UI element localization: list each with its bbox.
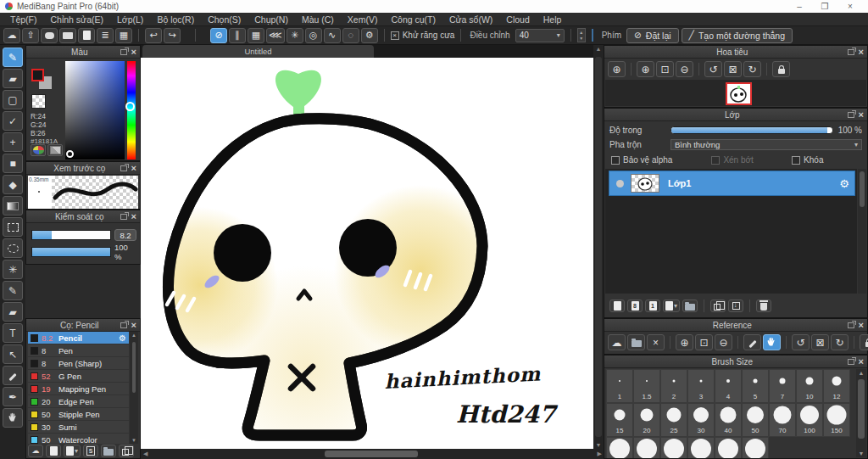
color-set-button[interactable]	[47, 144, 63, 156]
menu-item[interactable]: Lớp(L)	[110, 14, 150, 25]
parallel-snap-button[interactable]: ∥	[229, 28, 246, 43]
new-layer-button[interactable]	[609, 299, 625, 312]
redo-button[interactable]: ↪	[164, 28, 181, 43]
lock-checkbox[interactable]: Khóa	[792, 155, 823, 165]
close-icon[interactable]: ×	[131, 48, 136, 57]
ellipse-snap-button[interactable]: ◌	[342, 28, 359, 43]
merge-layer-button[interactable]	[728, 299, 743, 312]
brush-settings-icon[interactable]: ⚙	[119, 333, 126, 343]
snap-off-button[interactable]: ⊘	[210, 28, 227, 43]
eyedropper-tool[interactable]	[3, 366, 23, 385]
close-icon[interactable]: ×	[859, 48, 864, 57]
brush-item[interactable]: 19Mapping Pen	[28, 383, 129, 395]
scroll-down-icon[interactable]: ▼	[593, 442, 604, 448]
brush-size-cell[interactable]: 100	[796, 403, 823, 437]
brush-item[interactable]: 20Edge Pen	[28, 395, 129, 408]
duplicate-layer-button[interactable]	[710, 299, 726, 312]
palette-button[interactable]	[31, 144, 46, 156]
nav-rotate-lock-button[interactable]	[772, 61, 790, 77]
brush-size-cell[interactable]: 5	[742, 369, 769, 403]
brush-size-cell[interactable]	[633, 437, 660, 458]
nav-zoom-button[interactable]: ⊕	[637, 61, 654, 77]
brush-item[interactable]: 50Stipple Pen	[28, 408, 129, 421]
ref-fit-button[interactable]: ⊡	[695, 334, 713, 350]
close-button[interactable]: ×	[837, 0, 863, 13]
layer-scrollbar[interactable]	[858, 169, 866, 294]
document-tab[interactable]: Untitled	[142, 45, 374, 58]
brush-size-cell[interactable]	[715, 437, 742, 458]
operation-tool[interactable]: ↖	[3, 344, 23, 364]
text-tool[interactable]: T	[3, 323, 23, 343]
popout-icon[interactable]	[120, 165, 127, 171]
brush-item[interactable]: 8Pen (Sharp)	[28, 357, 129, 370]
antialias-checkbox[interactable]: × Khử răng cưa	[391, 31, 455, 40]
layer-visibility-icon[interactable]	[616, 180, 624, 188]
menu-item[interactable]: Cửa sổ(W)	[442, 14, 499, 25]
popout-icon[interactable]	[120, 214, 127, 220]
close-icon[interactable]: ×	[131, 212, 136, 221]
close-icon[interactable]: ×	[131, 164, 136, 173]
canvas[interactable]: hainhimthom Htd247	[141, 58, 593, 449]
curve-snap-button[interactable]: ∿	[324, 28, 341, 43]
select-pen-tool[interactable]: ✎	[3, 281, 23, 300]
ref-open-button[interactable]	[627, 334, 645, 350]
brush-size-cell[interactable]: 15	[606, 403, 633, 437]
ref-rotate-ccw-button[interactable]: ↺	[792, 334, 810, 350]
brush-size-cell[interactable]: 50	[742, 403, 769, 437]
menu-item[interactable]: Chọn(S)	[201, 14, 248, 25]
brush-size-cell[interactable]: 25	[660, 403, 687, 437]
foreground-color-swatch[interactable]	[31, 69, 44, 81]
brush-item[interactable]: 8.2Pencil⚙	[28, 332, 129, 344]
concentric-snap-button[interactable]: ◎	[305, 28, 322, 43]
ref-rotate-cw-button[interactable]: ↻	[831, 334, 849, 350]
brush-folder-button[interactable]	[101, 445, 116, 457]
brush-size-cell[interactable]: 30	[687, 403, 715, 437]
vertical-scrollbar[interactable]: ▲ ▼	[593, 45, 604, 449]
layer-folder-button[interactable]	[682, 299, 698, 312]
brush-size-cell[interactable]: 1.5	[633, 369, 660, 403]
nav-rotate-cw-button[interactable]: ↻	[743, 61, 761, 77]
lasso-select-tool[interactable]	[3, 238, 23, 258]
menu-item[interactable]: Chỉnh sửa(E)	[44, 14, 110, 25]
scrollbar-thumb[interactable]	[860, 171, 865, 207]
crosshatch-snap-button[interactable]: ▦	[248, 28, 264, 43]
ref-reset-view-button[interactable]: ⊠	[811, 334, 829, 350]
brush-size-cell[interactable]: 2	[660, 369, 687, 403]
brush-item[interactable]: 8Pen	[28, 344, 129, 357]
scroll-down-icon[interactable]: ▼	[131, 438, 136, 443]
marquee-select-tool[interactable]	[3, 217, 23, 237]
menu-item[interactable]: Tệp(F)	[3, 14, 44, 25]
ref-cloud-button[interactable]: ☁	[608, 334, 626, 350]
brush-size-cell[interactable]	[742, 437, 769, 458]
brush-item[interactable]: 30Sumi	[28, 421, 129, 434]
brush-size-scrollbar[interactable]: ▲ ▼	[856, 369, 866, 457]
brush-size-cell[interactable]: 20	[633, 403, 660, 437]
popout-icon[interactable]	[848, 359, 854, 365]
nav-zoom-in-button[interactable]: ⊕	[608, 61, 626, 77]
brush-size-cell[interactable]: 1	[606, 369, 633, 403]
move-tool[interactable]: +	[3, 132, 23, 152]
menu-item[interactable]: Help	[537, 14, 569, 25]
delete-layer-button[interactable]	[756, 299, 771, 312]
ref-eyedropper-button[interactable]	[743, 334, 761, 350]
ref-clear-button[interactable]: ×	[647, 334, 665, 350]
menu-item[interactable]: Chụp(N)	[248, 14, 295, 25]
shape-brush-tool[interactable]: ▢	[3, 90, 23, 109]
close-icon[interactable]: ×	[859, 357, 864, 367]
navigator-thumbnail[interactable]	[726, 82, 752, 105]
clipping-checkbox[interactable]: Xén bớt	[711, 155, 792, 165]
close-icon[interactable]: ×	[131, 321, 136, 330]
document-button[interactable]	[78, 28, 95, 43]
ref-hand-button[interactable]	[763, 334, 781, 350]
scrollbar-thumb[interactable]	[858, 379, 865, 439]
close-icon[interactable]: ×	[859, 110, 864, 120]
brush-size-value[interactable]: 8.2	[114, 229, 136, 241]
scroll-left-icon[interactable]: ◀	[143, 449, 147, 459]
popout-icon[interactable]	[120, 322, 127, 328]
hue-slider[interactable]	[127, 61, 136, 160]
new-brush-menu-button[interactable]: ▾	[64, 445, 81, 457]
scrollbar-thumb[interactable]	[132, 342, 136, 393]
add-layer-menu-button[interactable]: ▾	[663, 299, 680, 312]
brush-tool[interactable]: ✎	[3, 48, 23, 67]
duplicate-brush-button[interactable]	[119, 445, 134, 457]
